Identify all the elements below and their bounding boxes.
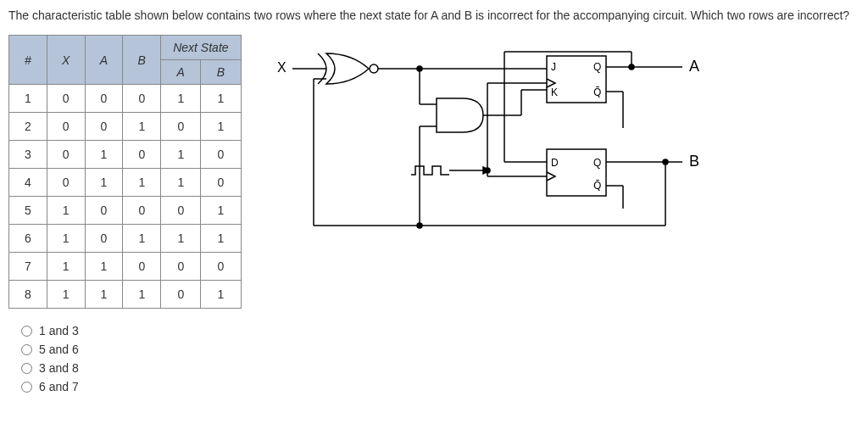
label-qbb: Q̄ [593,180,601,192]
cell: 0 [201,141,241,169]
option-label: 5 and 6 [39,343,79,356]
cell: 0 [47,85,85,113]
radio-input[interactable] [21,344,32,355]
cell: 0 [161,281,201,309]
col-header-x: X [47,36,85,85]
cell: 1 [161,169,201,197]
label-d: D [551,157,559,169]
cell: 0 [123,197,161,225]
cell: 1 [123,113,161,141]
cell: 0 [201,169,241,197]
cell: 1 [47,225,85,253]
cell: 0 [47,113,85,141]
cell: 0 [85,85,123,113]
table-row: 5 1 0 0 0 1 [9,197,242,225]
cell: 1 [47,281,85,309]
question-text: The characteristic table shown below con… [8,8,860,22]
cell: 0 [123,141,161,169]
cell: 1 [201,281,241,309]
cell: 1 [123,169,161,197]
characteristic-table: # X A B Next State A B 1 0 0 0 1 1 2 [8,35,242,309]
cell: 1 [123,225,161,253]
question-body: # X A B Next State A B 1 0 0 0 1 1 2 [8,35,860,309]
cell: 0 [123,253,161,281]
table-row: 8 1 1 1 0 1 [9,281,242,309]
label-k: K [551,86,558,98]
label-out-b: B [689,153,699,170]
cell: 5 [9,197,47,225]
cell: 1 [201,113,241,141]
col-subheader-a: A [161,60,201,85]
radio-input[interactable] [21,326,32,337]
cell: 6 [9,225,47,253]
cell: 1 [85,281,123,309]
answer-options: 1 and 3 5 and 6 3 and 8 6 and 7 [8,321,860,396]
cell: 4 [9,169,47,197]
cell: 0 [85,113,123,141]
cell: 8 [9,281,47,309]
svg-point-12 [417,223,422,228]
radio-input[interactable] [21,363,32,374]
table-row: 4 0 1 1 1 0 [9,169,242,197]
cell: 7 [9,253,47,281]
cell: 0 [85,197,123,225]
col-header-next-state: Next State [161,36,241,60]
circuit-diagram: X [267,43,708,241]
option-label: 3 and 8 [39,361,79,375]
cell: 0 [161,253,201,281]
table-row: 3 0 1 0 1 0 [9,141,242,169]
cell: 0 [161,197,201,225]
cell: 0 [47,169,85,197]
cell: 2 [9,113,47,141]
cell: 1 [123,281,161,309]
cell: 1 [47,197,85,225]
cell: 0 [161,113,201,141]
option-label: 6 and 7 [39,380,79,393]
cell: 1 [201,197,241,225]
cell: 1 [161,141,201,169]
col-header-number: # [9,36,47,85]
cell: 0 [47,141,85,169]
cell: 3 [9,141,47,169]
cell: 1 [85,169,123,197]
cell: 1 [161,225,201,253]
table-row: 2 0 0 1 0 1 [9,113,242,141]
cell: 0 [85,225,123,253]
label-x: X [277,60,287,75]
col-header-b: B [123,36,161,85]
col-header-a: A [85,36,123,85]
cell: 0 [123,85,161,113]
label-qb: Q [593,157,601,169]
label-out-a: A [689,58,699,75]
option-6-and-7[interactable]: 6 and 7 [8,377,860,396]
cell: 0 [201,253,241,281]
col-subheader-b: B [201,60,241,85]
cell: 1 [161,85,201,113]
circuit-svg: X [267,43,708,238]
cell: 1 [85,253,123,281]
option-1-and-3[interactable]: 1 and 3 [8,321,860,340]
option-5-and-6[interactable]: 5 and 6 [8,340,860,359]
table-row: 7 1 1 0 0 0 [9,253,242,281]
label-j: J [551,61,556,73]
svg-point-1 [370,64,378,73]
option-3-and-8[interactable]: 3 and 8 [8,359,860,377]
table-row: 1 0 0 0 1 1 [9,85,242,113]
table-row: 6 1 0 1 1 1 [9,225,242,253]
cell: 1 [201,225,241,253]
option-label: 1 and 3 [39,324,79,337]
cell: 1 [201,85,241,113]
label-qa: Q [593,61,601,73]
cell: 1 [47,253,85,281]
cell: 1 [9,85,47,113]
cell: 1 [85,141,123,169]
radio-input[interactable] [21,382,32,393]
label-qba: Q̄ [593,86,601,98]
